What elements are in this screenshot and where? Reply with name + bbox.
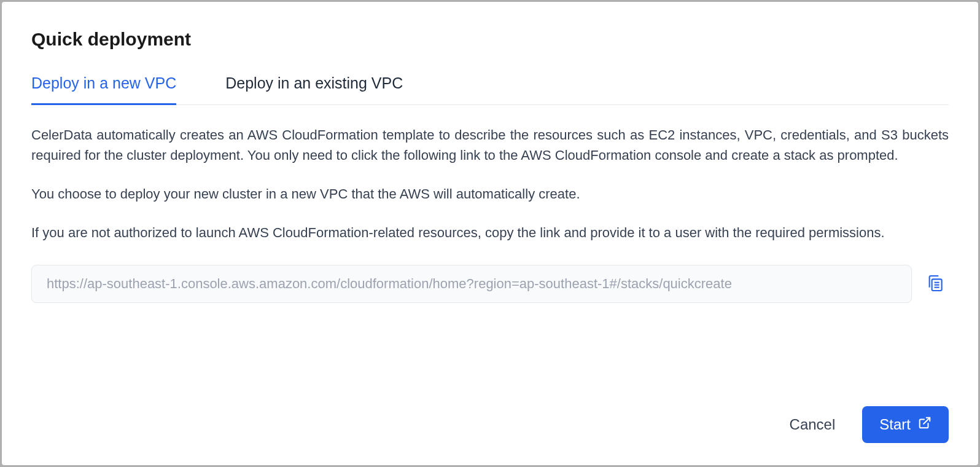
start-button[interactable]: Start — [862, 406, 949, 443]
modal-title: Quick deployment — [31, 29, 949, 50]
copy-icon — [925, 273, 945, 295]
description-text: CelerData automatically creates an AWS C… — [31, 125, 949, 243]
cloudformation-url-input[interactable] — [31, 265, 912, 303]
copy-url-button[interactable] — [922, 270, 949, 299]
svg-line-4 — [924, 418, 930, 424]
tab-deploy-existing-vpc[interactable]: Deploy in an existing VPC — [225, 74, 403, 105]
deployment-tabs: Deploy in a new VPC Deploy in an existin… — [31, 74, 949, 105]
modal-footer: Cancel Start — [31, 406, 949, 443]
url-row — [31, 265, 949, 303]
quick-deployment-modal: Quick deployment Deploy in a new VPC Dep… — [2, 2, 978, 465]
tab-content: CelerData automatically creates an AWS C… — [31, 125, 949, 384]
description-paragraph-3: If you are not authorized to launch AWS … — [31, 222, 949, 243]
description-paragraph-1: CelerData automatically creates an AWS C… — [31, 125, 949, 165]
start-button-label: Start — [879, 416, 911, 433]
cancel-button[interactable]: Cancel — [790, 416, 836, 433]
tab-deploy-new-vpc[interactable]: Deploy in a new VPC — [31, 74, 176, 105]
external-link-icon — [918, 416, 931, 433]
description-paragraph-2: You choose to deploy your new cluster in… — [31, 184, 949, 204]
